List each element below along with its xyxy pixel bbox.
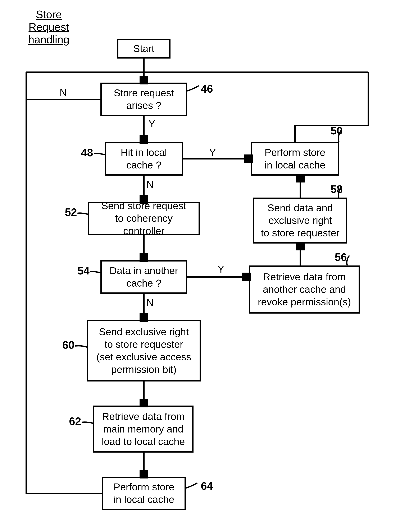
ref-60: 60 [62,339,74,351]
node-58: Send data and exclusive right to store r… [253,197,347,244]
ref-50: 50 [330,124,343,137]
label-n-54: N [146,297,154,308]
node-54: Data in another cache ? [100,260,187,294]
ref-48: 48 [81,146,93,159]
node-62: Retrieve data from main memory and load … [93,405,194,453]
label-y-46: Y [148,118,155,130]
flowchart: Store Request handling Start Store reque… [0,0,400,532]
ref-54: 54 [77,264,90,277]
node-48: Hit in local cache ? [105,142,183,176]
node-50: Perform store in local cache [251,142,339,176]
label-n-48: N [146,179,154,190]
diagram-title: Store Request handling [28,8,70,46]
label-n-46: N [60,87,67,98]
node-46: Store request arises ? [100,82,187,116]
start-node: Start [117,39,170,58]
ref-56: 56 [335,251,347,263]
node-64: Perform store in local cache [102,477,186,510]
ref-46: 46 [201,82,213,95]
ref-52: 52 [65,206,77,218]
node-52: Send store request to coherency controll… [88,202,200,235]
node-60: Send exclusive right to store requester … [87,320,201,381]
node-56: Retrieve data from another cache and rev… [249,266,360,314]
label-y-54: Y [218,263,224,275]
label-y-48: Y [209,147,216,158]
ref-58: 58 [330,183,343,196]
ref-62: 62 [69,415,81,427]
ref-64: 64 [201,480,213,492]
